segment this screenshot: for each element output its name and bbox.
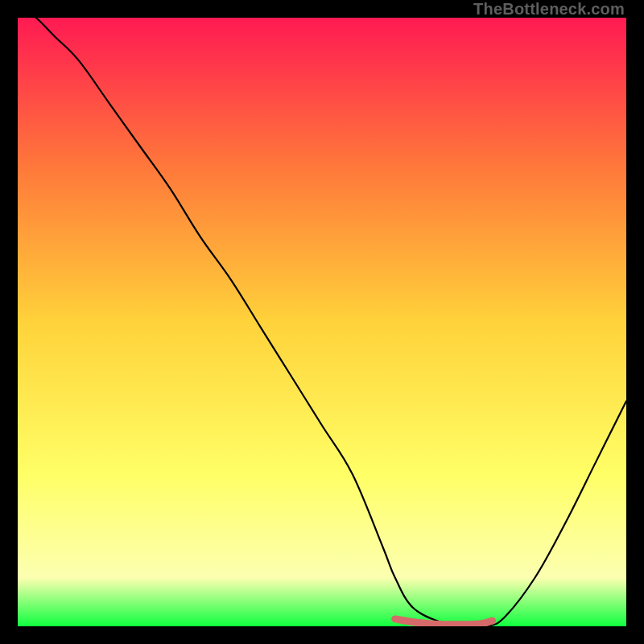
bottleneck-chart — [18, 18, 626, 626]
gradient-background — [18, 18, 626, 626]
chart-frame — [18, 18, 626, 626]
watermark-text: TheBottleneck.com — [473, 0, 625, 19]
